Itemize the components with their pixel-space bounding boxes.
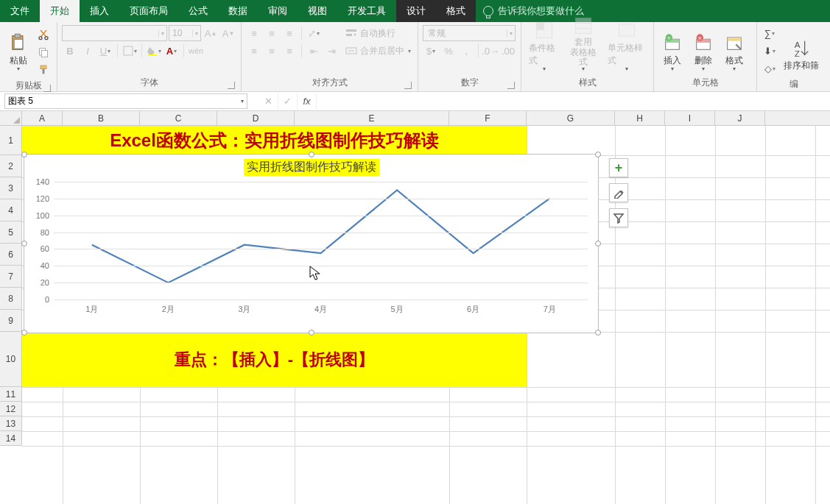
enter-formula-button: ✓	[278, 93, 298, 110]
align-left-button: ≡	[246, 43, 262, 59]
fill-color-button: ▾	[146, 43, 162, 59]
group-cells-label: 单元格	[692, 77, 719, 88]
fill-button[interactable]: ⬇▾	[762, 43, 778, 59]
svg-rect-15	[536, 23, 544, 31]
underline-button: U▾	[97, 43, 113, 59]
clear-button[interactable]: ◇▾	[762, 60, 778, 77]
tab-developer[interactable]: 开发工具	[337, 0, 396, 22]
name-box[interactable]: 图表 5▾	[4, 93, 247, 109]
svg-rect-6	[41, 50, 47, 57]
group-styles-label: 样式	[579, 77, 597, 88]
decrease-decimal-button: .00	[500, 43, 516, 59]
format-as-table-button: 套用 表格格式▾	[566, 25, 602, 74]
increase-indent-button: ⇥	[323, 43, 340, 59]
delete-cells-button[interactable]: ×删除▾	[689, 25, 717, 74]
autosum-button[interactable]: ∑▾	[762, 25, 778, 41]
comma-button: ,	[458, 43, 474, 59]
svg-text:+: +	[667, 35, 671, 42]
tab-review[interactable]: 审阅	[258, 0, 298, 22]
font-launcher-icon[interactable]	[228, 82, 235, 89]
align-middle-button: ≡	[264, 25, 280, 41]
copy-button[interactable]	[35, 44, 52, 60]
align-center-button: ≡	[264, 43, 280, 59]
italic-button: I	[80, 43, 96, 59]
tab-home[interactable]: 开始	[40, 0, 80, 22]
chart-title[interactable]: 实用折线图制作技巧解读	[244, 159, 379, 176]
search-placeholder: 告诉我你想要做什么	[498, 4, 584, 18]
group-font-label: 字体	[141, 77, 158, 88]
svg-rect-9	[124, 46, 133, 55]
conditional-format-button: 条件格式▾	[526, 25, 563, 74]
accounting-button: $▾	[423, 43, 439, 59]
border-button: ▾	[122, 43, 138, 59]
group-clipboard-label: 剪贴板	[15, 80, 42, 90]
bold-button: B	[62, 43, 78, 59]
tab-format[interactable]: 格式	[436, 0, 476, 22]
svg-rect-2	[14, 39, 23, 49]
svg-rect-19	[619, 24, 635, 36]
svg-point-4	[45, 37, 48, 40]
sort-filter-button[interactable]: AZ排序和筛	[781, 25, 822, 74]
svg-rect-1	[15, 34, 20, 38]
format-cells-button[interactable]: 格式▾	[720, 25, 748, 74]
clipboard-launcher-icon[interactable]	[43, 85, 51, 92]
formula-bar: 图表 5▾ ✕ ✓ fx	[0, 92, 830, 111]
lightbulb-icon	[483, 6, 493, 16]
tab-file[interactable]: 文件	[0, 0, 40, 22]
svg-text:×: ×	[698, 35, 702, 42]
cell-styles-button: 单元格样式▾	[605, 25, 649, 74]
phonetic-button: wén	[188, 43, 204, 59]
tab-view[interactable]: 视图	[298, 0, 337, 22]
row-headers[interactable]: 1234567891011121314	[0, 126, 22, 446]
font-name-combo: ▾	[62, 25, 167, 41]
svg-rect-29	[728, 38, 742, 41]
ribbon: 粘贴▾ 剪贴板 ▾ 10▾ A▲ A▼ B I U▾ ▾	[0, 22, 830, 92]
worksheet-grid[interactable]: ABCDEFGHIJ 1234567891011121314 Excel函数公式…	[0, 111, 830, 504]
tab-insert[interactable]: 插入	[80, 0, 119, 22]
chart-side-tools: +	[609, 158, 628, 227]
fx-button[interactable]: fx	[298, 93, 317, 110]
group-number-label: 数字	[461, 77, 479, 88]
merge-center-button: 合并后居中▾	[345, 43, 411, 59]
group-align-label: 对齐方式	[312, 77, 348, 88]
increase-decimal-button: .0→	[482, 43, 499, 59]
wrap-text-button: 自动换行	[345, 25, 411, 41]
decrease-font-button: A▼	[220, 25, 236, 41]
title-banner: Excel函数公式：实用折线图制作技巧解读	[22, 126, 527, 155]
column-headers[interactable]: ABCDEFGHIJ	[22, 111, 830, 126]
paste-button[interactable]: 粘贴▾	[4, 25, 32, 74]
svg-rect-10	[148, 54, 157, 56]
tab-page-layout[interactable]: 页面布局	[119, 0, 178, 22]
menu-tabs: 文件 开始 插入 页面布局 公式 数据 审阅 视图 开发工具 设计 格式 告诉我…	[0, 0, 830, 22]
mouse-cursor-icon	[309, 266, 321, 282]
tab-data[interactable]: 数据	[218, 0, 258, 22]
cut-button[interactable]	[35, 26, 52, 43]
format-painter-button[interactable]	[35, 62, 52, 78]
group-editing-label: 编	[789, 79, 798, 89]
svg-rect-7	[41, 65, 46, 69]
svg-point-3	[39, 37, 42, 40]
chart-elements-button[interactable]: +	[609, 158, 628, 177]
line-chart-object[interactable]: 实用折线图制作技巧解读 020406080100120140 1月2月3月4月5…	[24, 154, 599, 333]
align-launcher-icon[interactable]	[404, 82, 412, 89]
svg-rect-11	[346, 29, 356, 32]
chart-styles-button[interactable]	[609, 183, 628, 202]
increase-font-button: A▲	[203, 25, 219, 41]
chart-filter-button[interactable]	[609, 208, 628, 227]
align-bottom-button: ≡	[281, 25, 298, 41]
select-all-corner[interactable]	[0, 111, 22, 126]
tab-formulas[interactable]: 公式	[178, 0, 218, 22]
tab-design[interactable]: 设计	[396, 0, 436, 22]
orientation-button: ⤢▾	[306, 25, 322, 41]
percent-button: %	[440, 43, 457, 59]
svg-rect-16	[576, 18, 591, 34]
font-color-button[interactable]: A▾	[163, 43, 180, 59]
number-launcher-icon[interactable]	[507, 82, 515, 89]
font-size-combo: 10▾	[169, 25, 201, 41]
svg-rect-8	[43, 69, 45, 74]
insert-cells-button[interactable]: +插入▾	[658, 25, 686, 74]
align-right-button: ≡	[281, 43, 298, 59]
svg-text:Z: Z	[795, 49, 800, 58]
note-banner: 重点：【插入】-【折线图】	[22, 332, 527, 387]
align-top-button: ≡	[246, 25, 262, 41]
